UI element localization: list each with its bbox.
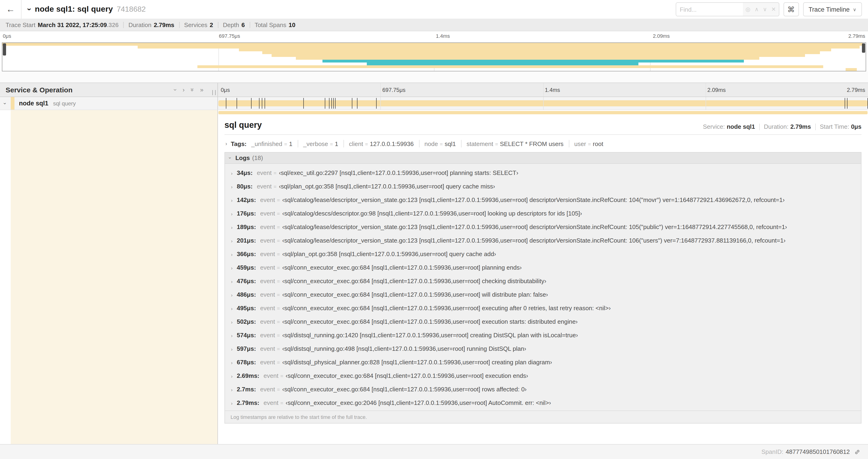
ruler-tick-label: 2.79ms: [848, 33, 865, 39]
trace-stat: Services2: [184, 21, 213, 28]
tag-value: SELECT * FROM users: [500, 140, 564, 147]
minimap-left-scrubber[interactable]: [3, 43, 6, 56]
minimap-span-bar: [197, 65, 824, 68]
stat-value: 2: [210, 21, 213, 28]
stat-divider: [179, 22, 180, 28]
locate-icon[interactable]: ◎: [745, 6, 750, 12]
span-row-name-cell[interactable]: › node sql1 sql query: [0, 97, 218, 110]
log-tick-marker: [325, 98, 325, 109]
equals-sign: =: [277, 360, 280, 365]
stat-label: Trace Start: [6, 21, 35, 28]
log-tick-marker: [303, 98, 304, 109]
equals-sign: =: [280, 400, 283, 406]
tags-accordion[interactable]: › Tags: _unfinished=1_verbose=1client=12…: [224, 135, 862, 152]
logs-header[interactable]: › Logs (18): [225, 153, 861, 164]
equals-sign: =: [495, 141, 498, 147]
meta-label: Service:: [703, 123, 725, 130]
stat-label: Total Spans: [254, 21, 286, 28]
log-row[interactable]: ›476μs:event=‹sql/conn_executor_exec.go:…: [225, 274, 861, 288]
equals-sign: =: [277, 292, 280, 298]
log-row[interactable]: ›176μs:event=‹sql/catalog/descs/descript…: [225, 207, 861, 220]
log-tick-marker: [262, 98, 262, 109]
search-input[interactable]: [676, 3, 743, 16]
service-operation-header: Service & Operation › › » »: [0, 83, 218, 97]
log-timestamp: 2.7ms:: [237, 386, 256, 393]
log-row[interactable]: ›495μs:event=‹sql/conn_executor_exec.go:…: [225, 301, 861, 315]
log-tick-marker: [352, 98, 352, 109]
equals-sign: =: [588, 141, 591, 147]
detail-span-bar: [218, 111, 868, 114]
stat-divider: [218, 22, 218, 28]
tag-key: client: [349, 140, 363, 147]
log-field-key: event: [264, 399, 279, 406]
log-tick-marker: [845, 98, 845, 109]
log-row[interactable]: ›189μs:event=‹sql/catalog/lease/descript…: [225, 220, 861, 234]
equals-sign: =: [277, 305, 280, 311]
trace-stats-bar: Trace StartMarch 31 2022, 17:25:09.326Du…: [0, 19, 868, 31]
equals-sign: =: [284, 141, 287, 147]
tag-item: _unfinished=1: [251, 140, 292, 147]
log-timestamp: 486μs:: [237, 291, 256, 298]
operation-name: sql query: [53, 100, 75, 107]
log-row[interactable]: ›366μs:event=‹sql/plan_opt.go:358 [nsql1…: [225, 247, 861, 261]
log-row[interactable]: ›2.7ms:event=‹sql/conn_executor_exec.go:…: [225, 383, 861, 396]
log-row[interactable]: ›2.69ms:event=‹sql/conn_executor_exec.go…: [225, 369, 861, 383]
equals-sign: =: [277, 333, 280, 338]
chevron-right-icon: ›: [231, 374, 232, 379]
log-row[interactable]: ›80μs:event=‹sql/plan_opt.go:358 [nsql1,…: [225, 179, 861, 193]
chevron-right-icon: ›: [231, 184, 232, 189]
log-row[interactable]: ›678μs:event=‹sql/distsql_physical_plann…: [225, 355, 861, 369]
view-selector-button[interactable]: Trace Timeline ∨: [803, 2, 862, 16]
log-field-key: event: [260, 345, 275, 352]
log-row[interactable]: ›201μs:event=‹sql/catalog/lease/descript…: [225, 234, 861, 247]
prev-match-icon[interactable]: ∧: [754, 6, 759, 12]
trace-title-wrap: › node sql1: sql query 7418682: [28, 5, 676, 14]
column-resizer-handle[interactable]: [212, 90, 216, 95]
link-icon[interactable]: [854, 449, 861, 455]
log-row[interactable]: ›459μs:event=‹sql/conn_executor_exec.go:…: [225, 261, 861, 274]
log-field-key: event: [260, 318, 275, 325]
log-field-value: ‹sql/catalog/lease/descriptor_version_st…: [282, 223, 787, 230]
chevron-right-icon: ›: [231, 360, 232, 365]
back-button[interactable]: ←: [0, 0, 22, 19]
equals-sign: =: [330, 141, 333, 147]
log-row[interactable]: ›574μs:event=‹sql/distsql_running.go:142…: [225, 328, 861, 342]
equals-sign: =: [277, 224, 280, 230]
log-row[interactable]: ›597μs:event=‹sql/distsql_running.go:498…: [225, 342, 861, 355]
minimap-right-scrubber[interactable]: [862, 43, 865, 53]
log-timestamp: 34μs:: [237, 169, 253, 176]
clear-search-icon[interactable]: ✕: [771, 6, 776, 12]
log-row[interactable]: ›142μs:event=‹sql/catalog/lease/descript…: [225, 193, 861, 207]
log-row[interactable]: ›2.79ms:event=‹sql/conn_executor_exec.go…: [225, 396, 861, 409]
ruler-tick-label: 0μs: [221, 87, 230, 93]
minimap-span-bar: [323, 60, 744, 63]
equals-sign: =: [277, 265, 280, 270]
collapse-one-icon[interactable]: ›: [175, 87, 177, 93]
collapse-all-icon[interactable]: »: [191, 87, 194, 93]
chevron-right-icon: ›: [231, 347, 232, 352]
span-bar-canvas[interactable]: [218, 97, 868, 110]
tag-item: client=127.0.0.1:59936: [349, 140, 414, 147]
meta-label: Duration:: [764, 123, 789, 130]
next-match-icon[interactable]: ∨: [763, 6, 767, 12]
chevron-right-icon: ›: [231, 225, 232, 230]
log-field-value: ‹sql/conn_executor_exec.go:684 [nsql1,cl…: [282, 305, 611, 312]
timeline-header: Service & Operation › › » » 0μs697.75μs1…: [0, 83, 868, 97]
collapse-trace-chevron-icon[interactable]: ›: [28, 5, 31, 14]
chevron-right-icon: ›: [231, 292, 232, 298]
log-timestamp: 176μs:: [237, 210, 256, 217]
timeline-minimap[interactable]: [2, 42, 866, 71]
chevron-right-icon: ›: [231, 238, 232, 243]
expand-one-icon[interactable]: ›: [183, 87, 185, 93]
log-row[interactable]: ›34μs:event=‹sql/exec_util.go:2297 [nsql…: [225, 166, 861, 179]
expand-all-icon[interactable]: »: [200, 87, 204, 93]
meta-value: 2.79ms: [790, 123, 811, 130]
tag-divider: [298, 140, 298, 147]
log-tick-marker: [335, 98, 335, 109]
chevron-down-icon[interactable]: ›: [4, 101, 6, 106]
tag-value: 127.0.0.1:59936: [370, 140, 414, 147]
log-row[interactable]: ›486μs:event=‹sql/conn_executor_exec.go:…: [225, 288, 861, 301]
log-row[interactable]: ›502μs:event=‹sql/conn_executor_exec.go:…: [225, 315, 861, 328]
keyboard-shortcuts-button[interactable]: ⌘: [783, 2, 799, 16]
tag-divider: [569, 140, 569, 147]
